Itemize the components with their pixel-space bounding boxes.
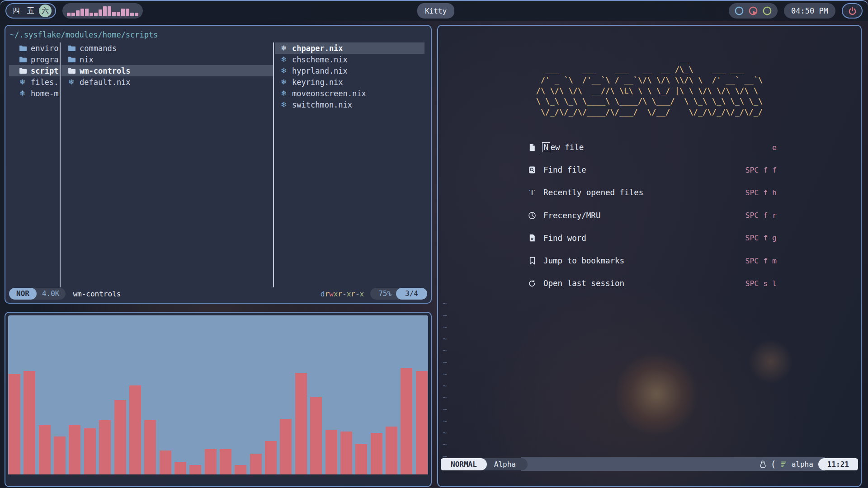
file-item[interactable]: script bbox=[9, 65, 60, 76]
empty-line-tilde: ~ bbox=[443, 334, 447, 343]
workspace-button[interactable]: 四 bbox=[10, 5, 23, 17]
viz-bar bbox=[129, 385, 141, 474]
visualizer-window bbox=[5, 312, 432, 487]
file-label: script bbox=[31, 66, 58, 75]
file-manager-statusbar: NOR 4.0K wm-controls drwxr-xr-x 75% 3/4 bbox=[9, 287, 427, 300]
frecency-icon bbox=[527, 211, 538, 220]
mode-badge: NOR bbox=[9, 288, 37, 299]
viz-bar bbox=[386, 427, 397, 474]
viz-bar bbox=[355, 444, 367, 474]
menu-label: Frecency/MRU bbox=[543, 211, 600, 220]
empty-line-tilde: ~ bbox=[443, 346, 447, 355]
viz-bar bbox=[371, 433, 382, 474]
file-item[interactable]: ❄home-m bbox=[18, 88, 60, 99]
viz-bar bbox=[280, 419, 292, 474]
neovim-ascii-logo: __ ___ ___ ___ __ __ /\_\ ___ ___ /' _ `… bbox=[536, 54, 763, 117]
menu-shortcut: SPC f g bbox=[745, 234, 777, 242]
last-session-icon bbox=[527, 279, 538, 287]
file-label: files. bbox=[31, 78, 58, 87]
visualizer-bars bbox=[8, 315, 428, 474]
power-button[interactable] bbox=[842, 3, 863, 19]
nix-icon: ❄ bbox=[279, 56, 288, 63]
file-label: progra bbox=[31, 55, 58, 64]
nix-icon: ❄ bbox=[67, 79, 76, 86]
file-label: home-m bbox=[31, 89, 58, 98]
dashboard-item-new-file[interactable]: New filee bbox=[527, 141, 777, 154]
menu-label: Open last session bbox=[543, 279, 624, 288]
dashboard-item-find-file[interactable]: Find fileSPC f f bbox=[527, 163, 777, 177]
empty-line-tilde: ~ bbox=[443, 405, 447, 414]
viz-bar bbox=[99, 420, 111, 474]
file-item[interactable]: progra bbox=[18, 54, 60, 65]
file-item[interactable]: ❄files. bbox=[18, 76, 60, 88]
graph-bar bbox=[135, 13, 138, 16]
viz-bar bbox=[401, 368, 412, 474]
menu-label: Recently opened files bbox=[543, 188, 643, 197]
file-item[interactable]: ❄moveonscreen.nix bbox=[279, 88, 425, 99]
viz-bar bbox=[84, 428, 96, 474]
workspace-button[interactable]: 六 bbox=[39, 5, 52, 17]
preview-column: ❄chpaper.nix❄chscheme.nix❄hyprland.nix❄k… bbox=[275, 42, 425, 285]
viz-bar bbox=[340, 432, 352, 474]
selected-file-name: wm-controls bbox=[73, 290, 121, 298]
dashboard-item-open-last-session[interactable]: Open last sessionSPC s l bbox=[527, 277, 777, 290]
empty-line-tilde: ~ bbox=[443, 428, 447, 437]
file-item[interactable]: ❄hyprland.nix bbox=[279, 65, 425, 76]
find-file-icon bbox=[527, 166, 538, 174]
menu-label: Find word bbox=[543, 234, 586, 243]
dashboard-item-frecency-mru[interactable]: Frecency/MRUSPC f r bbox=[527, 209, 777, 222]
folder-icon bbox=[18, 67, 27, 74]
graph-bar bbox=[94, 13, 98, 16]
viz-bar bbox=[9, 374, 20, 474]
dashboard-item-recently-opened-files[interactable]: TRecently opened filesSPC f h bbox=[527, 186, 777, 199]
viz-bar bbox=[326, 430, 337, 474]
nix-icon: ❄ bbox=[279, 79, 288, 86]
empty-line-tilde: ~ bbox=[443, 440, 447, 449]
menu-shortcut: SPC s l bbox=[745, 279, 777, 288]
file-label: switchmon.nix bbox=[292, 100, 352, 109]
viz-bar bbox=[265, 441, 277, 474]
file-item[interactable]: ❄switchmon.nix bbox=[279, 99, 425, 110]
viz-bar bbox=[235, 465, 246, 474]
file-item[interactable]: ❄chscheme.nix bbox=[279, 54, 425, 65]
menu-label: Jump to bookmarks bbox=[543, 256, 624, 265]
viz-bar bbox=[114, 400, 126, 474]
graph-bar bbox=[99, 9, 102, 16]
menu-shortcut: e bbox=[772, 143, 777, 152]
viz-bar bbox=[416, 371, 428, 474]
current-column: commandsnixwm-controls❄default.nix bbox=[61, 42, 273, 285]
dashboard-item-find-word[interactable]: wFind wordSPC f g bbox=[527, 231, 777, 245]
statusline-clock: 11:21 bbox=[818, 458, 858, 470]
viz-bar bbox=[295, 373, 307, 474]
empty-line-tilde: ~ bbox=[443, 358, 447, 367]
workspace-switcher[interactable]: 四五六 bbox=[5, 3, 56, 19]
file-label: commands bbox=[80, 44, 117, 53]
workspace-button[interactable]: 五 bbox=[24, 5, 37, 17]
menu-label: Find file bbox=[543, 165, 586, 174]
dashboard-item-jump-to-bookmarks[interactable]: Jump to bookmarksSPC f m bbox=[527, 254, 777, 267]
file-item[interactable]: wm-controls bbox=[61, 65, 273, 76]
viz-bar bbox=[24, 371, 35, 474]
file-label: nix bbox=[80, 55, 94, 64]
cursor-position-badge: 3/4 bbox=[396, 288, 427, 299]
vim-mode-badge: NORMAL bbox=[441, 458, 487, 470]
file-item[interactable]: ❄keyring.nix bbox=[279, 76, 425, 88]
graph-bar bbox=[112, 12, 116, 16]
folder-icon bbox=[67, 45, 76, 52]
file-item[interactable]: ❄chpaper.nix bbox=[275, 42, 425, 54]
file-item[interactable]: commands bbox=[67, 42, 273, 54]
permissions: drwxr-xr-x bbox=[321, 290, 364, 298]
status-indicators[interactable] bbox=[729, 3, 778, 19]
nix-icon: ❄ bbox=[279, 90, 288, 97]
desktop: { "colors": { "accent_border": "#6d8fc4"… bbox=[0, 0, 868, 488]
graph-bar bbox=[90, 13, 93, 16]
file-item[interactable]: enviro bbox=[18, 42, 60, 54]
viz-bar bbox=[69, 425, 80, 474]
file-item[interactable]: nix bbox=[67, 54, 273, 65]
file-manager-window: ~/.sysflake/modules/home/scripts envirop… bbox=[5, 25, 432, 304]
empty-line-tilde: ~ bbox=[443, 323, 447, 332]
file-label: moveonscreen.nix bbox=[292, 89, 366, 98]
file-item[interactable]: ❄default.nix bbox=[67, 76, 273, 88]
file-label: keyring.nix bbox=[292, 78, 343, 87]
empty-line-tilde: ~ bbox=[443, 311, 447, 320]
